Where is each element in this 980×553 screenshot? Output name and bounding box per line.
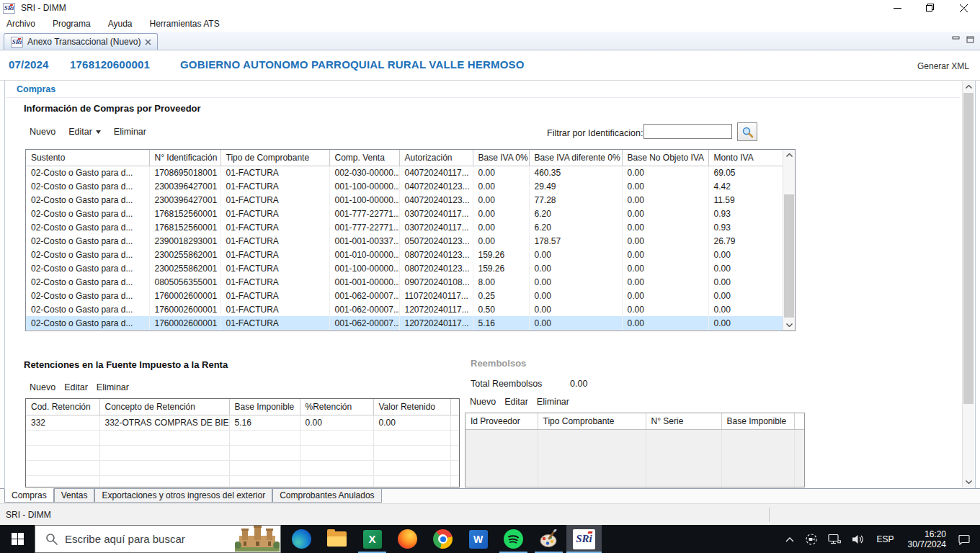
tab-compras[interactable]: Compras	[4, 488, 54, 503]
ret-nuevo-button[interactable]: Nuevo	[30, 382, 55, 392]
notifications-icon[interactable]	[953, 525, 980, 553]
taskbar-edge-icon[interactable]	[284, 525, 319, 553]
menu-ayuda[interactable]: Ayuda	[99, 19, 141, 29]
table-row[interactable]: 332332-OTRAS COMPRAS DE BIE...5.160.000.…	[26, 415, 459, 430]
section-label-compras: Compras	[17, 84, 55, 94]
taskbar-excel-icon[interactable]: X	[355, 525, 390, 553]
scroll-up-icon[interactable]	[783, 150, 795, 161]
page-scrollbar[interactable]	[962, 81, 974, 487]
scroll-down-icon[interactable]	[963, 477, 974, 487]
meet-now-icon[interactable]	[800, 525, 823, 553]
tab-close-icon[interactable]	[145, 39, 151, 45]
table-row[interactable]: 02-Costo o Gasto para d...17600026000010…	[26, 289, 783, 302]
filter-search-button[interactable]	[737, 122, 757, 141]
column-header[interactable]: Base No Objeto IVA	[622, 150, 708, 166]
column-header[interactable]: Tipo Comprobante	[538, 413, 646, 429]
empty-row[interactable]	[26, 430, 459, 445]
empty-row[interactable]	[26, 475, 459, 487]
column-header[interactable]: Valor Retenido	[373, 399, 450, 415]
empty-row[interactable]	[466, 484, 804, 487]
column-header[interactable]: Base Imponible	[721, 413, 794, 429]
column-header[interactable]: %Retención	[300, 399, 373, 415]
taskbar-chrome-icon[interactable]	[425, 525, 460, 553]
taskbar-search[interactable]	[35, 525, 281, 553]
taskbar-file-explorer-icon[interactable]	[319, 525, 355, 553]
network-icon[interactable]	[823, 525, 847, 553]
table-row[interactable]: 02-Costo o Gasto para d...23003964270010…	[26, 179, 783, 193]
clock[interactable]: 16:20 30/7/2024	[901, 529, 953, 549]
chevron-up-icon[interactable]	[780, 525, 800, 553]
search-input[interactable]	[65, 533, 220, 545]
nuevo-button[interactable]: Nuevo	[30, 127, 55, 137]
empty-row[interactable]	[466, 429, 804, 443]
taskbar-paint-icon[interactable]	[531, 525, 566, 553]
column-header[interactable]: Base IVA 0%	[473, 150, 529, 166]
speaker-icon[interactable]	[847, 525, 870, 553]
taskbar-spotify-icon[interactable]	[496, 525, 531, 553]
compras-table-scrollbar[interactable]	[783, 150, 795, 331]
empty-row[interactable]	[466, 470, 804, 484]
tab-ventas[interactable]: Ventas	[54, 489, 95, 503]
menu-programa[interactable]: Programa	[44, 19, 99, 29]
filter-input[interactable]	[643, 124, 732, 139]
column-header[interactable]	[450, 399, 459, 415]
table-row[interactable]: 02-Costo o Gasto para d...17600026000010…	[26, 316, 783, 330]
close-icon[interactable]	[947, 0, 980, 16]
column-header[interactable]: Base Imponible	[229, 399, 300, 415]
start-button[interactable]	[0, 525, 35, 553]
column-header[interactable]: N° Identificación	[149, 150, 220, 166]
column-header[interactable]: Monto IVA	[708, 150, 783, 166]
column-header[interactable]: Tipo de Comprobante	[220, 150, 329, 166]
column-header[interactable]: Id Proveedor	[466, 413, 538, 429]
ret-editar-button[interactable]: Editar	[64, 382, 88, 392]
reem-nuevo-button[interactable]: Nuevo	[470, 397, 496, 407]
empty-row[interactable]	[466, 457, 804, 470]
empty-row[interactable]	[26, 460, 459, 475]
tab-comprobantes-anulados[interactable]: Comprobantes Anulados	[272, 489, 381, 503]
maximize-view-icon[interactable]	[966, 36, 974, 43]
minimize-view-icon[interactable]	[952, 36, 960, 43]
empty-row[interactable]	[26, 445, 459, 460]
ret-eliminar-button[interactable]: Eliminar	[97, 382, 129, 392]
table-row[interactable]: 02-Costo o Gasto para d...17600026000010…	[26, 302, 783, 316]
column-header[interactable]: Sustento	[26, 150, 149, 166]
scroll-up-icon[interactable]	[963, 81, 974, 92]
reem-editar-button[interactable]: Editar	[504, 397, 528, 407]
eliminar-button[interactable]: Eliminar	[114, 127, 146, 137]
scrollbar-thumb[interactable]	[963, 93, 974, 404]
table-row[interactable]: 02-Costo o Gasto para d...17681525600010…	[26, 220, 783, 234]
generar-xml-button[interactable]: Generar XML	[917, 61, 969, 71]
column-header[interactable]: N° Serie	[646, 413, 721, 429]
scroll-down-icon[interactable]	[783, 320, 795, 331]
window-title: SRI - DIMM	[21, 3, 66, 13]
taskbar-firefox-icon[interactable]	[390, 525, 425, 553]
menu-herramientas-ats[interactable]: Herramientas ATS	[141, 19, 228, 29]
table-row[interactable]: 02-Costo o Gasto para d...17681525600010…	[26, 207, 783, 220]
column-header[interactable]: Autorización	[399, 150, 473, 166]
taskbar-word-icon[interactable]: W	[460, 525, 496, 553]
table-row[interactable]: 02-Costo o Gasto para d...23002558620010…	[26, 261, 783, 275]
scrollbar-thumb[interactable]	[784, 194, 794, 318]
column-header[interactable]	[794, 413, 804, 429]
tab-exportaciones[interactable]: Exportaciones y otros ingresos del exter…	[94, 489, 272, 503]
table-row[interactable]: 02-Costo o Gasto para d...08050563550010…	[26, 275, 783, 289]
column-header[interactable]: Cod. Retención	[26, 399, 99, 415]
minimize-icon[interactable]	[881, 0, 914, 16]
tab-anexo-transaccional[interactable]: SRi Anexo Transaccional (Nuevo)	[4, 33, 158, 50]
restore-icon[interactable]	[914, 0, 947, 16]
column-header[interactable]: Concepto de Retención	[99, 399, 229, 415]
search-daily-image[interactable]	[235, 526, 280, 552]
column-header[interactable]: Comp. Venta	[329, 150, 399, 166]
empty-row[interactable]	[466, 443, 804, 457]
table-row[interactable]: 02-Costo o Gasto para d...23003964270010…	[26, 193, 783, 207]
reem-eliminar-button[interactable]: Eliminar	[537, 397, 569, 407]
taskbar-sri-dimm-icon[interactable]: SRi	[566, 525, 602, 553]
editar-button[interactable]: Editar	[68, 127, 101, 137]
table-row[interactable]: 02-Costo o Gasto para d...23900182930010…	[26, 234, 783, 248]
language-indicator[interactable]: ESP	[870, 525, 901, 553]
menu-archivo[interactable]: Archivo	[0, 19, 44, 29]
table-row[interactable]: 02-Costo o Gasto para d...23002558620010…	[26, 248, 783, 261]
compras-header-row: SustentoN° IdentificaciónTipo de Comprob…	[26, 150, 783, 166]
table-row[interactable]: 02-Costo o Gasto para d...17086950180010…	[26, 166, 783, 179]
column-header[interactable]: Base IVA diferente 0%	[529, 150, 622, 166]
